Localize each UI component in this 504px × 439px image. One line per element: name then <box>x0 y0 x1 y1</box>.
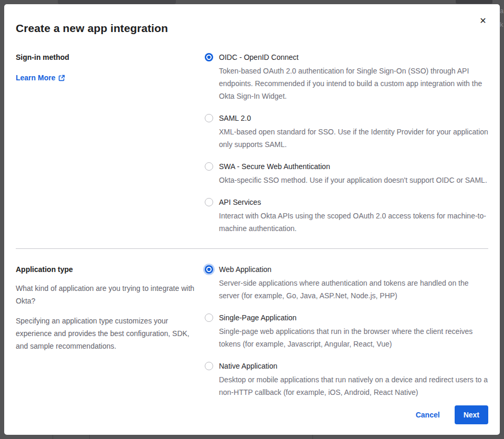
backdrop-peek-text-top: a <box>500 7 504 14</box>
learn-more-link[interactable]: Learn More <box>16 74 65 82</box>
signin-method-label: Sign-in method <box>16 52 201 62</box>
radio-button-saml[interactable] <box>205 114 213 122</box>
cancel-button[interactable]: Cancel <box>416 411 440 419</box>
radio-label-swa[interactable]: SWA - Secure Web Authentication <box>219 161 488 172</box>
radio-description-api-services: Interact with Okta APIs using the scoped… <box>219 210 488 235</box>
application-type-label: Application type <box>16 264 201 275</box>
dialog-title: Create a new app integration <box>16 22 488 35</box>
radio-option-swa[interactable]: SWA - Secure Web Authentication Okta-spe… <box>205 161 488 186</box>
radio-description-swa: Okta-specific SSO method. Use if your ap… <box>219 174 488 186</box>
radio-option-oidc[interactable]: OIDC - OpenID Connect Token-based OAuth … <box>205 52 488 102</box>
radio-description-single-page-application: Single-page web applications that run in… <box>219 325 488 350</box>
radio-button-native-application[interactable] <box>205 362 213 370</box>
learn-more-label: Learn More <box>16 74 55 82</box>
external-link-icon <box>58 75 65 81</box>
radio-description-saml: XML-based open standard for SSO. Use if … <box>219 126 488 151</box>
radio-label-single-page-application[interactable]: Single-Page Application <box>219 312 488 323</box>
radio-button-api-services[interactable] <box>205 198 213 206</box>
backdrop-table-line <box>312 435 313 439</box>
radio-button-single-page-application[interactable] <box>205 313 213 322</box>
next-button[interactable]: Next <box>455 405 488 424</box>
radio-option-native-application[interactable]: Native Application Desktop or mobile app… <box>205 361 488 399</box>
radio-option-api-services[interactable]: API Services Interact with Okta APIs usi… <box>205 197 488 235</box>
radio-option-web-application[interactable]: Web Application Server-side applications… <box>205 264 488 302</box>
radio-button-oidc[interactable] <box>205 53 213 61</box>
backdrop-header-icons <box>456 0 492 4</box>
radio-label-saml[interactable]: SAML 2.0 <box>219 113 488 123</box>
backdrop-peek-text-bottom: k <box>500 21 504 28</box>
radio-description-web-application: Server-side applications where authentic… <box>219 277 488 302</box>
radio-button-swa[interactable] <box>205 162 213 171</box>
radio-label-oidc[interactable]: OIDC - OpenID Connect <box>219 52 488 62</box>
signin-method-left-column: Sign-in method Learn More <box>16 52 205 235</box>
radio-description-native-application: Desktop or mobile applications that run … <box>219 373 488 399</box>
backdrop-table-line <box>52 435 53 439</box>
application-type-help-text-1: What kind of application are you trying … <box>16 282 201 307</box>
radio-label-api-services[interactable]: API Services <box>219 197 488 207</box>
application-type-section: Application type What kind of applicatio… <box>16 264 488 399</box>
radio-label-native-application[interactable]: Native Application <box>219 361 488 371</box>
radio-option-saml[interactable]: SAML 2.0 XML-based open standard for SSO… <box>205 113 488 151</box>
section-divider <box>16 248 488 249</box>
application-type-left-column: Application type What kind of applicatio… <box>16 264 205 399</box>
close-icon[interactable]: ✕ <box>477 15 489 27</box>
radio-description-oidc: Token-based OAuth 2.0 authentication for… <box>219 65 488 102</box>
radio-label-web-application[interactable]: Web Application <box>219 264 488 275</box>
backdrop-search-bar <box>58 0 176 4</box>
dialog-footer: Cancel Next <box>416 405 488 424</box>
signin-method-section: Sign-in method Learn More OIDC - OpenID … <box>16 52 488 235</box>
application-type-options: Web Application Server-side applications… <box>205 264 488 399</box>
create-app-integration-dialog: ✕ Create a new app integration Sign-in m… <box>4 4 500 435</box>
signin-method-options: OIDC - OpenID Connect Token-based OAuth … <box>205 52 488 235</box>
backdrop-table-line <box>89 435 90 439</box>
application-type-help-text-2: Specifying an application type customize… <box>16 315 201 352</box>
radio-option-single-page-application[interactable]: Single-Page Application Single-page web … <box>205 312 488 350</box>
radio-button-web-application[interactable] <box>205 265 213 274</box>
